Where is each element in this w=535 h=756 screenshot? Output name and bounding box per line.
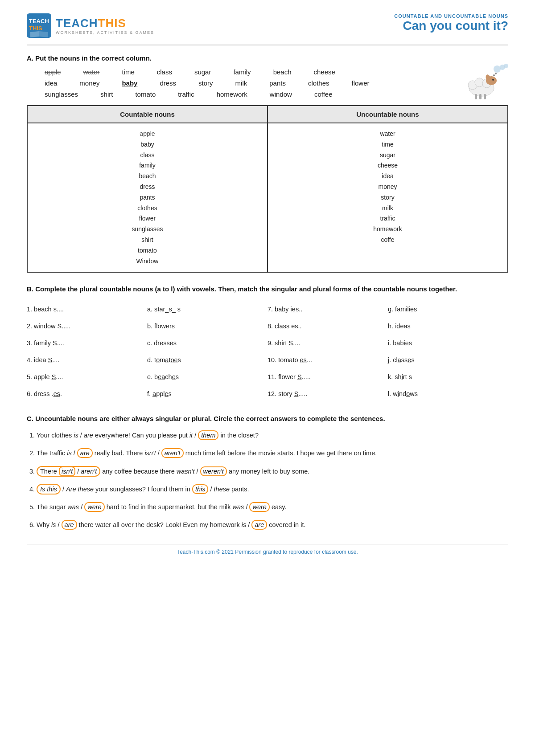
circled-them: them bbox=[198, 430, 218, 440]
sentence-5: The sugar was / were hard to find in the… bbox=[37, 501, 508, 513]
section-a: A. Put the nouns in the correct column. … bbox=[27, 54, 508, 273]
circled-isthis4: Is this bbox=[40, 486, 57, 493]
b-left-6: 6. dress .es. bbox=[27, 385, 147, 402]
circled-arent2: aren't bbox=[161, 448, 184, 458]
header-title: Can you count it? bbox=[394, 19, 508, 33]
word-sugar: sugar bbox=[194, 68, 211, 76]
svg-rect-14 bbox=[484, 94, 486, 99]
b-mid-f: f. apples bbox=[147, 385, 268, 402]
b-left-1: 1. beach s.... bbox=[27, 301, 147, 318]
word-clothes: clothes bbox=[308, 79, 329, 87]
b-left-2: 2. window S..... bbox=[27, 318, 147, 335]
sentence-2: The traffic is / are really bad. There i… bbox=[37, 447, 508, 459]
sentence-3: There isn't / aren't any coffee because … bbox=[37, 466, 508, 477]
sheep-icon bbox=[464, 64, 508, 99]
logo-text-group: TEACHTHIS WORKSHEETS, ACTIVITIES & GAMES bbox=[56, 16, 154, 35]
uncountable-header: Uncountable nouns bbox=[268, 106, 508, 123]
footer: Teach-This.com © 2021 Permission granted… bbox=[27, 544, 508, 555]
sentence-1: Your clothes is / are everywhere! Can yo… bbox=[37, 429, 508, 441]
page: TEACH THIS TEACHTHIS WORKSHEETS, ACTIVIT… bbox=[0, 0, 535, 756]
header-right: COUNTABLE AND UNCOUNTABLE NOUNS Can you … bbox=[394, 13, 508, 33]
word-dress: dress bbox=[160, 79, 176, 87]
logo-this: THIS bbox=[98, 16, 126, 30]
section-b-title: B. Complete the plural countable nouns (… bbox=[27, 285, 508, 293]
word-window: window bbox=[270, 90, 292, 98]
table-apple: apple bbox=[140, 130, 155, 137]
word-homework: homework bbox=[217, 90, 247, 98]
uncountable-cell: watertimesugarcheeseideamoneystorymilktr… bbox=[268, 123, 508, 272]
b-left-3: 3. family S.... bbox=[27, 335, 147, 351]
sentence-list: Your clothes is / are everywhere! Can yo… bbox=[27, 429, 508, 531]
b-mid-c: c. dresses bbox=[147, 335, 268, 351]
sentence-4: Is this / Are these your sunglasses? I f… bbox=[37, 483, 508, 495]
svg-text:THIS: THIS bbox=[29, 25, 42, 32]
word-coffee: coffee bbox=[314, 90, 333, 98]
section-c: C. Uncountable nouns are either always s… bbox=[27, 415, 508, 531]
logo-area: TEACH THIS TEACHTHIS WORKSHEETS, ACTIVIT… bbox=[27, 13, 154, 38]
logo-sub: WORKSHEETS, ACTIVITIES & GAMES bbox=[56, 30, 154, 35]
word-apple: apple bbox=[45, 68, 61, 76]
b-match-j: j. classes bbox=[388, 351, 508, 368]
word-flower: flower bbox=[352, 79, 370, 87]
b-right-11: 11. flower S..... bbox=[268, 368, 388, 385]
b-match-i: i. babies bbox=[388, 335, 508, 351]
word-story: story bbox=[198, 79, 213, 87]
logo-main: TEACHTHIS bbox=[56, 16, 154, 30]
word-time: time bbox=[122, 68, 134, 76]
section-c-title: C. Uncountable nouns are either always s… bbox=[27, 415, 508, 422]
countable-cell: apple babyclassfamilybeachdresspantsclot… bbox=[27, 123, 268, 272]
svg-point-5 bbox=[504, 64, 508, 68]
b-mid-e: e. beaches bbox=[147, 368, 268, 385]
word-idea: idea bbox=[45, 79, 57, 87]
svg-point-16 bbox=[495, 73, 497, 74]
b-right-9: 9. shirt S.... bbox=[268, 335, 388, 351]
word-milk: milk bbox=[235, 79, 247, 87]
b-left-5: 5. apple S.... bbox=[27, 368, 147, 385]
logo-icon: TEACH THIS bbox=[27, 13, 51, 38]
b-match-g: g. families bbox=[388, 301, 508, 318]
word-shirt: shirt bbox=[100, 90, 113, 98]
word-traffic: traffic bbox=[178, 90, 194, 98]
b-right-10: 10. tomato es... bbox=[268, 351, 388, 368]
word-class: class bbox=[157, 68, 172, 76]
footer-text: Teach-This.com © 2021 Permission granted… bbox=[177, 549, 358, 555]
b-mid-b: b. flowers bbox=[147, 318, 268, 335]
circled-werent3: weren't bbox=[200, 466, 227, 476]
circled-are2: are bbox=[77, 448, 93, 458]
circled-are6b: are bbox=[251, 520, 267, 530]
svg-rect-12 bbox=[475, 94, 477, 99]
word-water: water bbox=[83, 68, 100, 76]
word-money: money bbox=[79, 79, 99, 87]
word-beach: beach bbox=[273, 68, 292, 76]
circled-isnt3: isn't bbox=[59, 466, 75, 476]
b-match-h: h. ideas bbox=[388, 318, 508, 335]
circled-were5b: were bbox=[249, 502, 269, 512]
svg-point-11 bbox=[492, 79, 494, 81]
word-tomato: tomato bbox=[135, 90, 156, 98]
b-mid-d: d. tomatoes bbox=[147, 351, 268, 368]
header: TEACH THIS TEACHTHIS WORKSHEETS, ACTIVIT… bbox=[27, 13, 508, 45]
section-b: B. Complete the plural countable nouns (… bbox=[27, 285, 508, 402]
logo-teach: TEACH bbox=[56, 16, 98, 30]
svg-text:TEACH: TEACH bbox=[29, 18, 49, 25]
word-cheese: cheese bbox=[314, 68, 335, 76]
b-right-12: 12. story S..... bbox=[268, 385, 388, 402]
noun-table: Countable nouns Uncountable nouns apple … bbox=[27, 105, 508, 273]
circled-this4: this bbox=[192, 484, 209, 494]
svg-rect-13 bbox=[479, 94, 482, 99]
countable-header: Countable nouns bbox=[27, 106, 268, 123]
sentence-6: Why is / are there water all over the de… bbox=[37, 519, 508, 531]
circled-sentence-3: There isn't / aren't bbox=[37, 466, 100, 477]
word-pants: pants bbox=[269, 79, 286, 87]
b-right-7: 7. baby ies.. bbox=[268, 301, 388, 318]
b-left-4: 4. idea S.... bbox=[27, 351, 147, 368]
circled-were5a: were bbox=[84, 502, 104, 512]
header-category: COUNTABLE AND UNCOUNTABLE NOUNS bbox=[394, 13, 508, 19]
section-a-title: A. Put the nouns in the correct column. bbox=[27, 54, 508, 62]
b-match-l: l. windows bbox=[388, 385, 508, 402]
svg-point-17 bbox=[493, 74, 495, 76]
circled-are6a: are bbox=[62, 520, 77, 530]
word-family: family bbox=[233, 68, 251, 76]
b-mid-a: a. star_s_ s bbox=[147, 301, 268, 318]
b-right-8: 8. class es.. bbox=[268, 318, 388, 335]
